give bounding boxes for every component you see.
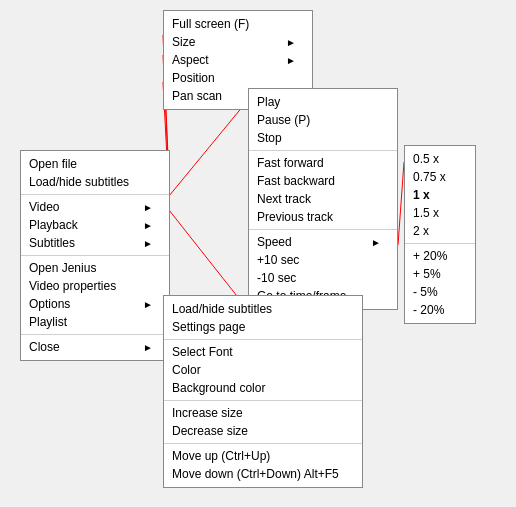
menu-item-plus10sec[interactable]: +10 sec xyxy=(249,251,397,269)
menu-item-aspect[interactable]: Aspect ► xyxy=(164,51,312,69)
menu-item-speed-minus5[interactable]: - 5% xyxy=(405,283,475,301)
menu-item-position[interactable]: Position xyxy=(164,69,312,87)
separator xyxy=(164,443,362,444)
separator xyxy=(21,255,169,256)
menu-item-size[interactable]: Size ► xyxy=(164,33,312,51)
menu-item-move-up[interactable]: Move up (Ctrl+Up) xyxy=(164,447,362,465)
menu-item-fast-forward[interactable]: Fast forward xyxy=(249,154,397,172)
menu-item-stop[interactable]: Stop xyxy=(249,129,397,147)
menu-item-settings-page[interactable]: Settings page xyxy=(164,318,362,336)
menu-item-pause[interactable]: Pause (P) xyxy=(249,111,397,129)
submenu-arrow: ► xyxy=(286,37,296,48)
menu-item-minus10sec[interactable]: -10 sec xyxy=(249,269,397,287)
menu-item-background-color[interactable]: Background color xyxy=(164,379,362,397)
submenu-arrow: ► xyxy=(143,220,153,231)
speed-menu: 0.5 x 0.75 x 1 x 1.5 x 2 x + 20% + 5% - … xyxy=(404,145,476,324)
menu-item-next-track[interactable]: Next track xyxy=(249,190,397,208)
menu-item-color[interactable]: Color xyxy=(164,361,362,379)
menu-item-speed-075[interactable]: 0.75 x xyxy=(405,168,475,186)
separator xyxy=(164,400,362,401)
menu-item-speed-plus20[interactable]: + 20% xyxy=(405,247,475,265)
separator xyxy=(249,150,397,151)
separator xyxy=(21,194,169,195)
menu-item-video-properties[interactable]: Video properties xyxy=(21,277,169,295)
separator xyxy=(405,243,475,244)
menu-item-playback[interactable]: Playback ► xyxy=(21,216,169,234)
menu-item-previous-track[interactable]: Previous track xyxy=(249,208,397,226)
menu-item-open-file[interactable]: Open file xyxy=(21,155,169,173)
submenu-arrow: ► xyxy=(143,299,153,310)
menu-item-speed-minus20[interactable]: - 20% xyxy=(405,301,475,319)
subtitles-menu: Load/hide subtitles Settings page Select… xyxy=(163,295,363,488)
menu-item-options[interactable]: Options ► xyxy=(21,295,169,313)
menu-item-close[interactable]: Close ► xyxy=(21,338,169,356)
menu-item-speed-1[interactable]: 1 x xyxy=(405,186,475,204)
submenu-arrow: ► xyxy=(371,237,381,248)
menu-item-select-font[interactable]: Select Font xyxy=(164,343,362,361)
submenu-arrow: ► xyxy=(143,202,153,213)
submenu-arrow: ► xyxy=(286,55,296,66)
menu-item-increase-size[interactable]: Increase size xyxy=(164,404,362,422)
playback-menu: Play Pause (P) Stop Fast forward Fast ba… xyxy=(248,88,398,310)
menu-item-speed-plus5[interactable]: + 5% xyxy=(405,265,475,283)
menu-item-decrease-size[interactable]: Decrease size xyxy=(164,422,362,440)
menu-item-speed[interactable]: Speed ► xyxy=(249,233,397,251)
menu-item-load-hide-subtitles[interactable]: Load/hide subtitles xyxy=(164,300,362,318)
menu-item-subtitles[interactable]: Subtitles ► xyxy=(21,234,169,252)
menu-item-speed-2[interactable]: 2 x xyxy=(405,222,475,240)
svg-line-1 xyxy=(169,100,248,196)
separator xyxy=(21,334,169,335)
separator xyxy=(164,339,362,340)
main-menu: Open file Load/hide subtitles Video ► Pl… xyxy=(20,150,170,361)
menu-item-playlist[interactable]: Playlist xyxy=(21,313,169,331)
menu-item-open-jenius[interactable]: Open Jenius xyxy=(21,259,169,277)
menu-item-fullscreen[interactable]: Full screen (F) xyxy=(164,15,312,33)
menu-item-speed-15[interactable]: 1.5 x xyxy=(405,204,475,222)
menu-item-play[interactable]: Play xyxy=(249,93,397,111)
separator xyxy=(249,229,397,230)
menu-item-speed-05[interactable]: 0.5 x xyxy=(405,150,475,168)
menu-item-load-hide-subtitles-main[interactable]: Load/hide subtitles xyxy=(21,173,169,191)
submenu-arrow: ► xyxy=(143,238,153,249)
submenu-arrow: ► xyxy=(143,342,153,353)
menu-item-move-down[interactable]: Move down (Ctrl+Down) Alt+F5 xyxy=(164,465,362,483)
menu-item-fast-backward[interactable]: Fast backward xyxy=(249,172,397,190)
menu-item-video[interactable]: Video ► xyxy=(21,198,169,216)
